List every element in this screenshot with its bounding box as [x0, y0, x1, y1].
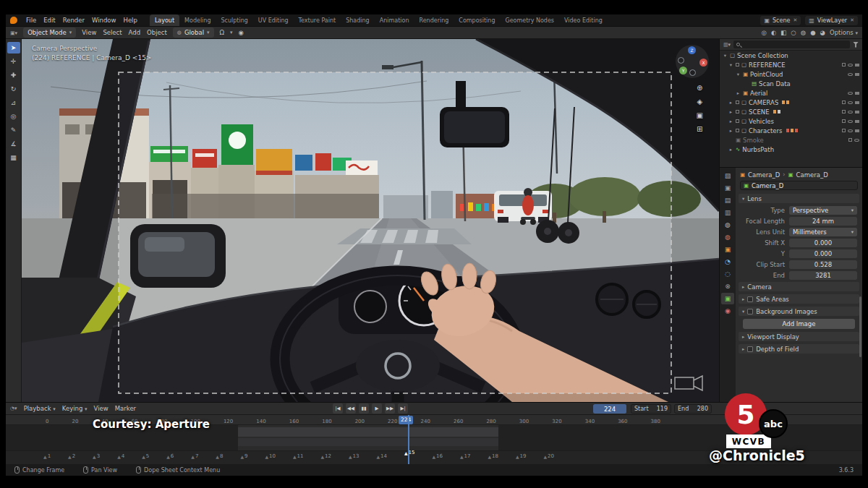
marker[interactable]: ▲5	[142, 453, 149, 459]
timeline-editor-icon[interactable]: ◔▾	[10, 406, 17, 411]
proportional-edit-icon[interactable]: ◉	[239, 29, 244, 36]
perspective-toggle-icon[interactable]: ⊞	[697, 125, 703, 133]
lens-type-dropdown[interactable]: Perspective▾	[789, 206, 857, 215]
eye-icon[interactable]	[848, 111, 853, 114]
marker[interactable]: ▲4	[117, 453, 124, 459]
show-overlays-icon[interactable]: ◐	[771, 29, 776, 36]
camera-view-icon[interactable]: ▣	[697, 111, 703, 119]
workspace-tab-geometry-nodes[interactable]: Geometry Nodes	[501, 14, 559, 26]
marker[interactable]: ▲6	[166, 453, 174, 459]
tab-scene-icon[interactable]: ◍	[721, 219, 734, 231]
shading-material-icon[interactable]: ●	[810, 29, 815, 36]
axis-negative-dot[interactable]	[689, 69, 696, 76]
exclude-icon[interactable]	[842, 119, 846, 123]
play-button[interactable]: ▶	[372, 403, 382, 414]
marker-selected[interactable]: ▲15	[404, 450, 415, 455]
tool-add-cube-icon[interactable]: ▦	[7, 152, 20, 163]
menu-render[interactable]: Render	[59, 17, 88, 24]
zoom-icon[interactable]: ⊕	[697, 84, 703, 92]
eye-icon[interactable]	[848, 92, 853, 95]
workspace-tab-compositing[interactable]: Compositing	[454, 14, 500, 26]
navigation-gizmo[interactable]: Z X Y	[676, 45, 709, 78]
clip-end-field[interactable]: 3281	[789, 271, 857, 280]
lens-unit-dropdown[interactable]: Millimeters▾	[789, 228, 857, 236]
menu-object[interactable]: Object	[147, 29, 167, 36]
render-toggle-icon[interactable]	[855, 129, 859, 132]
eye-icon[interactable]	[848, 101, 853, 104]
section-lens[interactable]: ▾Lens	[739, 194, 859, 203]
tab-tool-icon[interactable]: ▧	[721, 170, 734, 181]
exclude-icon[interactable]	[842, 129, 846, 132]
marker[interactable]: ▲9	[240, 453, 247, 459]
section-camera[interactable]: ▸Camera	[739, 282, 859, 291]
scene-render[interactable]	[22, 39, 719, 402]
tool-transform-icon[interactable]: ◎	[7, 111, 20, 122]
tab-output-icon[interactable]: ▤	[721, 194, 734, 206]
tool-cursor-icon[interactable]: ✛	[7, 56, 20, 67]
frame-end-field[interactable]: End280	[674, 404, 712, 414]
outliner-row[interactable]: ▸▢ Characters	[720, 126, 862, 135]
render-toggle-icon[interactable]	[855, 101, 859, 104]
background-images-checkbox[interactable]	[747, 309, 753, 314]
eye-icon[interactable]	[848, 129, 853, 132]
marker[interactable]: ▲14	[376, 453, 387, 459]
exclude-icon[interactable]	[848, 138, 852, 142]
shading-wireframe-icon[interactable]: ○	[791, 29, 796, 36]
shift-y-field[interactable]: 0.000	[789, 249, 857, 258]
snap-dropdown-icon[interactable]: ▾	[230, 30, 233, 35]
marker[interactable]: ▲3	[93, 453, 100, 459]
menu-marker[interactable]: Marker	[115, 405, 136, 412]
marker[interactable]: ▲13	[349, 453, 359, 459]
exclude-icon[interactable]	[842, 63, 846, 67]
tool-move-icon[interactable]: ✚	[7, 69, 20, 81]
focal-length-field[interactable]: 24 mm	[789, 217, 857, 226]
workspace-tab-modeling[interactable]: Modeling	[179, 14, 216, 26]
filter-icon[interactable]	[853, 42, 859, 48]
marker[interactable]: ▲20	[543, 453, 554, 459]
tab-constraints-icon[interactable]: ⊗	[721, 281, 734, 292]
pan-icon[interactable]: ◈	[697, 98, 703, 106]
outliner-search-input[interactable]	[733, 40, 850, 48]
show-gizmo-icon[interactable]: ◎	[761, 29, 766, 36]
menu-window[interactable]: Window	[88, 17, 120, 24]
marker[interactable]: ▲8	[216, 453, 223, 459]
marker[interactable]: ▲18	[488, 453, 498, 459]
viewlayer-selector[interactable]: ▥ ViewLayer ✕	[805, 16, 858, 25]
collection-checkbox-icon[interactable]	[736, 110, 739, 114]
scene-selector[interactable]: ▣ Scene ✕	[760, 16, 801, 25]
tab-modifiers-icon[interactable]: ◔	[721, 256, 734, 267]
shift-x-field[interactable]: 0.000	[789, 239, 857, 247]
collection-checkbox-icon[interactable]	[736, 63, 739, 67]
axis-x-dot[interactable]: X	[699, 59, 707, 67]
unlink-viewlayer-icon[interactable]: ✕	[850, 17, 854, 23]
tab-physics-icon[interactable]: ◌	[721, 268, 734, 280]
outliner-row[interactable]: ▾▣ PointCloud	[720, 69, 862, 79]
tool-rotate-icon[interactable]: ↻	[7, 83, 20, 95]
menu-keying[interactable]: Keying ▾	[62, 405, 88, 412]
options-dropdown[interactable]: Options ▾	[830, 29, 858, 36]
tool-annotate-icon[interactable]: ✎	[7, 124, 20, 136]
marker[interactable]: ▲10	[265, 453, 276, 459]
marker[interactable]: ▲12	[320, 453, 331, 459]
tab-world-icon[interactable]: ◍	[721, 231, 734, 243]
marker[interactable]: ▲17	[460, 453, 471, 459]
tab-view-layer-icon[interactable]: ▥	[721, 207, 734, 218]
marker[interactable]: ▲7	[191, 453, 198, 459]
safe-areas-checkbox[interactable]	[747, 296, 753, 302]
depth-of-field-checkbox[interactable]	[747, 346, 753, 352]
eye-icon[interactable]	[848, 73, 853, 76]
menu-add[interactable]: Add	[129, 29, 140, 36]
outliner-editor-icon[interactable]: ▥▾	[723, 42, 731, 48]
menu-help[interactable]: Help	[119, 17, 140, 24]
workspace-tab-shading[interactable]: Shading	[341, 14, 375, 26]
menu-file[interactable]: File	[22, 17, 40, 24]
tab-object-data-icon[interactable]: ▣	[721, 293, 734, 304]
snap-magnet-icon[interactable]: Ω	[220, 29, 225, 36]
playhead[interactable]	[408, 415, 409, 464]
render-toggle-icon[interactable]	[855, 64, 859, 67]
outliner-row[interactable]: ▣ Smoke	[720, 135, 862, 145]
current-frame-field[interactable]: 224	[593, 404, 626, 414]
frame-start-field[interactable]: Start119	[631, 404, 671, 414]
outliner-row[interactable]: ▸▣ Aerial	[720, 88, 862, 98]
eye-icon[interactable]	[848, 64, 853, 67]
